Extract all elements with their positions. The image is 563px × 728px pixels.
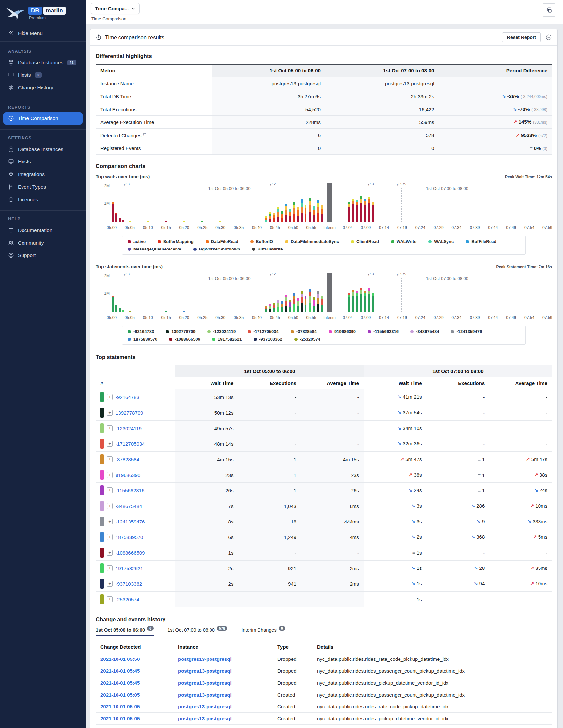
legend-item[interactable]: -348675484 — [410, 329, 439, 334]
legend-item[interactable]: -123024119 — [207, 329, 236, 334]
stacked-bar[interactable] — [321, 205, 323, 222]
instance-link[interactable]: postgres13-postgresql — [178, 716, 232, 721]
sidebar-item-database-instances[interactable]: Database Instances21 — [0, 56, 86, 69]
change-marker-badge[interactable]: ⇄ 2 — [269, 272, 277, 276]
stacked-bar[interactable] — [165, 311, 167, 312]
stacked-bar[interactable] — [348, 293, 350, 312]
expand-icon[interactable]: + — [107, 410, 113, 416]
change-marker-badge[interactable]: ⇄ 575 — [396, 182, 407, 186]
stacked-bar[interactable] — [360, 196, 362, 222]
legend-item[interactable]: 1875839570 — [128, 337, 157, 341]
stacked-bar[interactable] — [273, 213, 275, 222]
stacked-bar[interactable] — [289, 209, 291, 222]
copy-report-button[interactable] — [542, 3, 556, 17]
change-detected-link[interactable]: 2021-10-01 05:05 — [100, 692, 140, 698]
change-detected-link[interactable]: 2021-10-01 05:05 — [100, 716, 140, 721]
statement-link[interactable]: -1712705034 — [116, 441, 145, 447]
sidebar-item-database-instances[interactable]: Database Instances — [0, 143, 86, 156]
expand-icon[interactable]: + — [107, 503, 113, 509]
stacked-bar[interactable] — [281, 301, 283, 312]
statement-link[interactable]: -1088666509 — [116, 550, 145, 556]
stacked-bar[interactable] — [269, 212, 271, 222]
stacked-bar[interactable] — [293, 293, 295, 312]
statement-link[interactable]: -123024119 — [116, 426, 142, 431]
expand-icon[interactable]: + — [107, 534, 113, 540]
sidebar-item-support[interactable]: Support — [0, 249, 86, 262]
expand-icon[interactable]: + — [107, 565, 113, 571]
stacked-bar[interactable] — [356, 200, 358, 222]
stacked-bar[interactable] — [112, 296, 114, 312]
stacked-bar[interactable] — [119, 308, 121, 312]
stacked-bar[interactable] — [309, 198, 311, 222]
stacked-bar[interactable] — [313, 206, 315, 222]
stacked-bar[interactable] — [115, 305, 117, 312]
sidebar-item-hosts[interactable]: Hosts — [0, 156, 86, 168]
stacked-bar[interactable] — [364, 199, 366, 222]
legend-item[interactable]: BufFileWrite — [252, 247, 283, 251]
statement-link[interactable]: -1241359476 — [116, 519, 145, 524]
stacked-bar[interactable] — [368, 288, 370, 312]
legend-item[interactable]: MessageQueueReceive — [128, 247, 181, 251]
stacked-bar[interactable] — [293, 202, 295, 222]
sidebar-item-integrations[interactable]: Integrations — [0, 168, 86, 181]
stacked-bar[interactable] — [364, 291, 366, 312]
change-detected-link[interactable]: 2021-10-01 05:05 — [100, 704, 140, 709]
instance-link[interactable]: postgres13-postgresql — [178, 668, 232, 674]
statement-link[interactable]: -37828584 — [116, 457, 139, 462]
legend-item[interactable]: -937103362 — [254, 337, 282, 341]
expand-icon[interactable]: + — [107, 472, 113, 478]
stacked-bar[interactable] — [269, 304, 271, 312]
stacked-bar[interactable] — [285, 295, 287, 312]
stacked-bar[interactable] — [348, 202, 350, 222]
stacked-bar[interactable] — [372, 202, 374, 222]
sidebar-item-licences[interactable]: Licences — [0, 193, 86, 206]
legend-item[interactable]: -1241359476 — [451, 329, 482, 334]
statement-link[interactable]: -348675484 — [116, 503, 142, 509]
stacked-bar[interactable] — [297, 298, 299, 312]
stacked-bar[interactable] — [281, 211, 283, 222]
sidebar-item-time-comparison[interactable]: Time Comparison — [3, 112, 83, 125]
sidebar-item-documentation[interactable]: Documentation — [0, 224, 86, 237]
stacked-bar[interactable] — [356, 291, 358, 312]
statement-link[interactable]: -937103362 — [116, 581, 142, 587]
expand-icon[interactable]: + — [107, 456, 113, 462]
statement-link[interactable]: 919686390 — [116, 472, 140, 478]
stacked-bar[interactable] — [129, 311, 131, 312]
instance-link[interactable]: postgres13-postgresql — [178, 692, 232, 698]
stacked-bar[interactable] — [277, 207, 279, 222]
statement-link[interactable]: 1392778709 — [116, 410, 143, 416]
reset-report-button[interactable]: Reset Report — [502, 32, 541, 42]
stacked-bar[interactable] — [305, 296, 306, 312]
stacked-bar[interactable] — [183, 311, 185, 312]
instance-link[interactable]: postgres13-postgresql — [178, 656, 232, 662]
stacked-bar[interactable] — [297, 207, 299, 222]
sidebar-item-community[interactable]: Community — [0, 237, 86, 249]
stacked-bar[interactable] — [265, 306, 267, 312]
sidebar-item-change-history[interactable]: Change History — [0, 81, 86, 94]
legend-item[interactable]: -37828584 — [291, 329, 317, 334]
stacked-bar[interactable] — [352, 199, 354, 222]
legend-item[interactable]: -25320574 — [294, 337, 320, 341]
change-marker-badge[interactable]: ⇄ 3 — [123, 182, 131, 186]
statement-link[interactable]: -25320574 — [116, 597, 139, 602]
expand-icon[interactable]: + — [107, 487, 113, 493]
stacked-bar[interactable] — [119, 218, 121, 222]
sidebar-item-hosts[interactable]: Hosts2 — [0, 69, 86, 81]
stacked-bar[interactable] — [183, 221, 185, 222]
legend-item[interactable]: BufferMapping — [158, 239, 194, 244]
expand-icon[interactable]: + — [107, 425, 113, 431]
stacked-bar[interactable] — [309, 289, 311, 312]
change-marker-badge[interactable]: ⇄ 3 — [123, 272, 131, 276]
change-marker-badge[interactable]: ⇄ 3 — [367, 182, 375, 186]
instance-link[interactable]: postgres13-postgresql — [178, 704, 232, 709]
stacked-bar[interactable] — [321, 296, 323, 312]
report-selector-button[interactable]: Time Compa... — [91, 3, 140, 14]
statement-link[interactable]: 1875839570 — [116, 534, 143, 540]
statement-link[interactable]: -92164783 — [116, 394, 139, 400]
legend-item[interactable]: BufFileRead — [466, 239, 496, 244]
change-detected-link[interactable]: 2021-10-01 05:50 — [100, 656, 140, 662]
legend-item[interactable]: active — [128, 239, 146, 244]
stacked-bar[interactable] — [219, 221, 221, 222]
stacked-bar[interactable] — [129, 221, 131, 222]
stacked-bar[interactable] — [289, 300, 291, 312]
